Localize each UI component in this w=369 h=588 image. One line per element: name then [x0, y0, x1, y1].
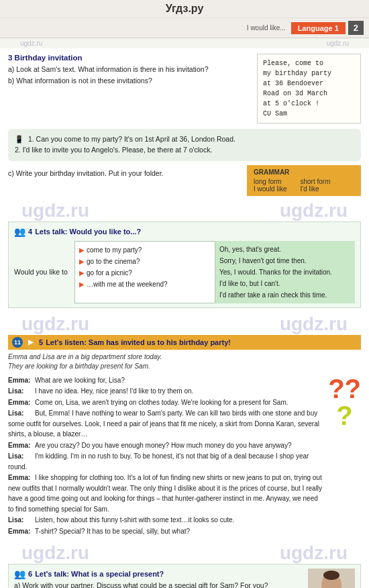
dialogue-line-4: Lisa:But, Emma! I have nothing to wear t… [8, 408, 323, 440]
speaker-emma-2: Emma: [8, 397, 35, 408]
dialogue-line-1: Emma:What are we looking for, Lisa? [8, 375, 323, 386]
grammar-box: GRAMMAR long form I would like short for… [247, 165, 361, 196]
watermark-big-1: ugdz.ru [21, 201, 89, 220]
speaker-lisa-2: Lisa: [8, 408, 35, 419]
response-3: Yes, I would. Thanks for the invitation. [219, 266, 351, 278]
question-marks-area: ?? ? [328, 375, 361, 538]
bullet-4: ▶ [79, 281, 85, 288]
section-6-sub: a) Work with your partner. Discuss what … [14, 581, 303, 588]
section-3-qa: a) Look at Sam's text. What information … [8, 64, 252, 75]
response-2: Sorry, I haven't got time then. [219, 255, 351, 266]
section-5-title: 11 ▶ 5 Let's listen: Sam has invited us … [8, 335, 361, 350]
grammar-col-1: long form I would like [254, 178, 286, 193]
grammar-col2-row1: I'd like [300, 185, 330, 193]
speaker-emma-5: Emma: [8, 526, 35, 537]
dialogue-line-9: Emma:T-shirt? Special? It has to be spec… [8, 526, 323, 537]
watermark-big-4: ugdz.ru [280, 315, 348, 334]
speaker-emma-4: Emma: [8, 473, 35, 483]
options-col: ▶come to my party? ▶go to the cinema? ▶g… [74, 241, 215, 303]
section-5: 11 ▶ 5 Let's listen: Sam has invited us … [8, 335, 361, 538]
option-1: ▶come to my party? [79, 244, 211, 256]
section-4-number: 4 [28, 228, 32, 236]
would-you-label: Would you like to [14, 241, 74, 303]
section-3-title: 3 Birthday invitation [8, 54, 252, 62]
watermark-right: ugdz.ru [327, 40, 349, 47]
speaker-emma-1: Emma: [8, 375, 35, 386]
dialogue: Emma:What are we looking for, Lisa? Lisa… [8, 375, 323, 538]
question-mark-green: ? [336, 402, 352, 429]
response-1: Oh, yes, that's great. [219, 244, 351, 255]
section-6: 👥 6 Let's talk: What is a special presen… [8, 564, 361, 588]
dialogue-line-3: Emma:Come on, Lisa, we aren't trying on … [8, 397, 323, 408]
speaker-lisa-1: Lisa: [8, 386, 35, 397]
watermark-big-6: ugdz.ru [280, 544, 348, 562]
section-6-number: 6 [28, 570, 32, 578]
section-5-body: Emma:What are we looking for, Lisa? Lisa… [8, 375, 361, 538]
section-3-qb: b) What information is not in these invi… [8, 76, 252, 86]
listen-icon: ▶ [25, 337, 36, 348]
site-header: Угдз.ру [0, 0, 369, 18]
svg-point-2 [323, 571, 339, 580]
postcard-box: Please, come to my birthday party at 36 … [257, 54, 361, 124]
watermark-big-2: ugdz.ru [280, 201, 348, 220]
grammar-col1-header: long form [254, 178, 286, 185]
write-invitation: c) Write your birthday invitation. Put i… [8, 169, 164, 177]
speaker-lisa-3: Lisa: [8, 451, 35, 462]
option-3: ▶go for a picnic? [79, 267, 211, 279]
dialogue-line-5: Emma:Are you crazy? Do you have enough m… [8, 440, 323, 451]
section-6-title: 👥 6 Let's talk: What is a special presen… [14, 569, 303, 579]
message2: 2. I'd like to invite you to Angelo's. P… [15, 146, 212, 154]
responses-col: Oh, yes, that's great. Sorry, I haven't … [215, 241, 355, 303]
watermark-big-3: ugdz.ru [21, 315, 89, 334]
dialogue-line-7: Emma:I like shopping for clothing too. I… [8, 473, 323, 514]
grammar-title: GRAMMAR [254, 168, 354, 176]
option-4: ▶…with me at the weekend? [79, 279, 211, 290]
section-5-number: 5 [39, 338, 43, 346]
person-svg: ? [308, 569, 355, 588]
watermark-big-5: ugdz.ru [21, 544, 89, 562]
grammar-col1-row1: I would like [254, 185, 286, 193]
section-6-content: 👥 6 Let's talk: What is a special presen… [14, 569, 303, 588]
main-content: 3 Birthday invitation a) Look at Sam's t… [0, 48, 369, 588]
watermark-row-4: ugdz.ru ugdz.ru [8, 542, 361, 564]
watermark-row-1: ugdz.ru ugdz.ru [0, 38, 369, 48]
section-3-number: 3 [8, 54, 12, 62]
watermark-row-3: ugdz.ru ugdz.ru [8, 313, 361, 335]
section-5-subtitle: Emma and Lisa are in a big department st… [8, 352, 361, 371]
speaker-emma-3: Emma: [8, 440, 35, 451]
nav-lang-button: Language 1 [291, 22, 346, 34]
grammar-col2-header: short form [300, 178, 330, 185]
person-illustration: ? [308, 569, 355, 588]
message1: 1. Can you come to my party? It's on 1st… [28, 135, 235, 143]
watermark-row-2: ugdz.ru ugdz.ru [8, 200, 361, 222]
section-3-left: 3 Birthday invitation a) Look at Sam's t… [8, 54, 252, 124]
section-3: 3 Birthday invitation a) Look at Sam's t… [8, 54, 361, 124]
postcard-text: Please, come to my birthday party at 36 … [263, 58, 355, 119]
grammar-row: long form I would like short form I'd li… [254, 178, 354, 193]
people-icon: 👥 [14, 226, 25, 237]
dialogue-line-8: Lisa:Listen, how about this funny t-shir… [8, 515, 323, 526]
speaker-lisa-4: Lisa: [8, 515, 35, 526]
watermark-left: ugdz.ru [20, 40, 42, 47]
option-2: ▶go to the cinema? [79, 256, 211, 267]
bullet-3: ▶ [79, 269, 85, 277]
nav-label: I would like... [247, 24, 286, 32]
site-title: Угдз.ру [166, 3, 204, 14]
response-4: I'd like to, but I can't. [219, 278, 351, 289]
phone-icon: 📱 [15, 134, 23, 145]
bullet-1: ▶ [79, 246, 85, 254]
dialogue-line-2: Lisa:I have no idea. Hey, nice jeans! I'… [8, 386, 323, 397]
phone-messages: 📱 1. Can you come to my party? It's on 1… [8, 129, 361, 161]
grammar-col-2: short form I'd like [300, 178, 330, 193]
section-4-title: 👥 4 Lets talk: Would you like to...? [14, 226, 355, 237]
section-5-num-bubble: 11 [12, 337, 23, 348]
question-marks: ?? [328, 375, 361, 402]
bullet-2: ▶ [79, 258, 85, 265]
section-4: 👥 4 Lets talk: Would you like to...? Wou… [8, 222, 361, 308]
section-4-body: Would you like to ▶come to my party? ▶go… [14, 241, 355, 303]
people-icon-2: 👥 [14, 569, 25, 579]
response-5: I'd rather take a rain check this time. [219, 289, 351, 301]
nav-page-number: 2 [348, 21, 364, 35]
nav-bar: I would like... Language 1 2 [0, 18, 369, 38]
dialogue-line-6: Lisa:I'm kidding. I'm in no rush to buy.… [8, 451, 323, 472]
